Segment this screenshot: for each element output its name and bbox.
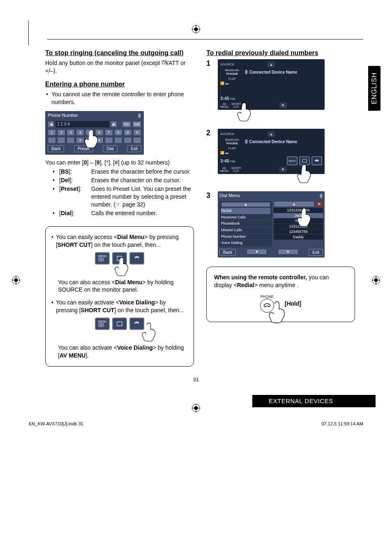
para-after-ui: You can enter [0] – [9], [*], [#] (up to… [45, 159, 194, 167]
key-down[interactable]: ▾ [95, 137, 104, 144]
bs-button[interactable]: BS [122, 121, 131, 128]
phone-soft-button[interactable] [311, 156, 322, 165]
heading-cancel: To stop ringing (canceling the outgoing … [45, 49, 194, 57]
battery-icon: ▬ [225, 81, 228, 85]
bullet-enter: •You cannot use the remote controller to… [45, 91, 194, 106]
close-button[interactable]: ✕ [316, 201, 323, 207]
key-blank[interactable] [57, 137, 65, 144]
bluetooth-icon [137, 113, 141, 119]
key-6[interactable]: 6 [95, 129, 104, 136]
preset-button[interactable]: Preset [74, 145, 93, 152]
svg-rect-24 [99, 323, 104, 327]
section-footer-bar: EXTERNAL DEVICES [252, 395, 376, 407]
step-1-label: 1 [206, 59, 214, 68]
short-cut-button[interactable]: SHORTCUT [231, 167, 241, 172]
entry-item[interactable]: 12312341234 [274, 208, 323, 213]
dial-menu-title: Dial Menu [219, 193, 240, 198]
battery-icon: ▬ [225, 151, 228, 155]
down-arrow-icon[interactable]: ▼ [279, 167, 287, 172]
phone-soft-button[interactable] [129, 318, 144, 330]
key-blank[interactable] [124, 137, 132, 144]
list-item[interactable]: Phone Number [221, 234, 270, 240]
av-menu-button[interactable]: AVMENU [220, 167, 229, 172]
key-3[interactable]: 3 [67, 129, 75, 136]
back-button[interactable]: Back [219, 249, 236, 256]
clock-time: 3:45 [220, 96, 229, 101]
entry-item[interactable]: Tom [274, 218, 323, 224]
down-arrow-icon[interactable]: ▼ [279, 102, 287, 108]
window-soft-button[interactable] [299, 156, 310, 165]
page-number: 31 [16, 376, 376, 383]
window-soft-button[interactable] [112, 252, 127, 265]
def-dial: Calls the entered number. [91, 209, 194, 217]
phone-number-field[interactable]: 1 2 3 4 [55, 121, 109, 128]
del-button[interactable]: Del [132, 121, 141, 128]
device-screen-2: SOURCE▲ BluetoothPHONE Connected Device … [218, 129, 325, 174]
key-blank[interactable] [48, 137, 56, 144]
key-8[interactable]: 8 [114, 129, 122, 136]
entries-down-button[interactable]: ▼ [278, 249, 298, 255]
step-3-label: 3 [206, 191, 214, 200]
key-blank[interactable] [133, 137, 141, 144]
text: You cannot use the remote controller to … [51, 91, 194, 106]
phone-source-label: PHONE [226, 72, 238, 76]
redial-entries: 12312341234 Jack Tom 123111123 123456789… [274, 208, 323, 240]
key-1[interactable]: 1 [48, 129, 56, 136]
phone-soft-button[interactable] [129, 252, 144, 265]
exit-button[interactable]: Exit [127, 145, 141, 152]
up-arrow-icon[interactable]: ▲ [267, 62, 275, 67]
device-name-label: Connected Device Name [249, 139, 297, 144]
tip-box: •You can easily access <Dial Menu> by pr… [45, 226, 194, 367]
exit-button[interactable]: Exit [309, 249, 323, 256]
remote-tip-box: When using the remote controller, you ca… [206, 267, 355, 322]
list-item[interactable]: Voice Dialing [221, 240, 270, 246]
entry-item[interactable]: 123111123 [274, 224, 323, 229]
icon-row-2: MENU [51, 318, 188, 330]
key-blank[interactable] [67, 137, 75, 144]
key-0[interactable]: 0 [133, 129, 141, 136]
list-item[interactable]: Phonebook [221, 220, 270, 227]
phone-remote-button[interactable]: PHONE [260, 295, 274, 313]
dial-menu-list: ▲ Redial Received Calls Phonebook Missed… [219, 201, 272, 247]
svg-rect-20 [99, 258, 104, 261]
up-arrow-icon[interactable]: ▲ [267, 131, 275, 137]
short-cut-button[interactable]: SHORTCUT [231, 102, 241, 108]
key-4[interactable]: 4 [76, 129, 84, 136]
av-menu-button[interactable]: AVMENU [220, 102, 229, 108]
key-blank[interactable] [105, 137, 113, 144]
menu-soft-button[interactable]: MENU [95, 318, 110, 330]
tip-also-2: You can also activate <Voice Dialing> by… [58, 344, 188, 360]
key-9[interactable]: 9 [124, 129, 132, 136]
phone-number-ui: Phone Number ◀ 1 2 3 4 ▶ BS Del 1 2 3 4 … [45, 111, 144, 155]
list-item[interactable]: Redial [221, 208, 270, 214]
key-5[interactable]: 5 [85, 129, 94, 136]
device-name-label: Connected Device Name [249, 70, 297, 74]
entries-up-button[interactable]: ▲ [274, 201, 314, 207]
list-item[interactable]: Received Calls [221, 214, 270, 221]
list-item[interactable]: Missed Calls [221, 227, 270, 234]
source-label: SOURCE [220, 132, 244, 136]
bluetooth-label: Bluetooth [225, 138, 239, 142]
tip-text-1: You can easily access <Dial Menu> by pre… [56, 233, 188, 249]
list-up-button[interactable]: ▲ [221, 202, 270, 207]
right-arrow-button[interactable]: ▶ [111, 121, 117, 128]
entry-item[interactable]: Jack [274, 213, 323, 218]
key-7[interactable]: 7 [105, 129, 113, 136]
signal-icon: 📶 [220, 151, 224, 155]
entry-item[interactable]: Daddy [274, 234, 323, 240]
keypad: 1 2 3 4 5 6 7 8 9 0 # ▾ [48, 129, 141, 144]
menu-soft-button[interactable]: MENU [287, 156, 297, 165]
back-button[interactable]: Back [48, 145, 64, 152]
dial-button[interactable]: Dial [103, 145, 117, 152]
key-blank[interactable] [114, 137, 122, 144]
menu-soft-button[interactable]: MENU [95, 252, 110, 265]
key-2[interactable]: 2 [57, 129, 65, 136]
bluetooth-icon [244, 139, 248, 145]
def-del: Erases the character on the cursor. [91, 176, 194, 184]
entry-item[interactable]: 123456789 [274, 229, 323, 234]
left-arrow-button[interactable]: ◀ [48, 121, 54, 128]
list-down-button[interactable]: ▼ [247, 249, 267, 255]
window-soft-button[interactable] [112, 318, 127, 330]
key-blank[interactable] [85, 137, 94, 144]
key-hash[interactable]: # [76, 137, 84, 144]
